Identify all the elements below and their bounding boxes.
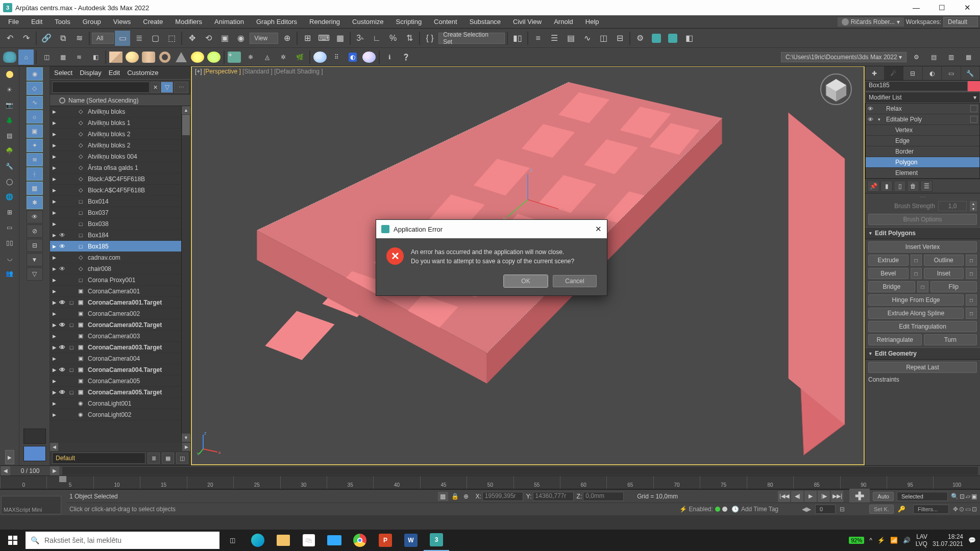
list-item[interactable]: ▶◇Atvilkņu bloks	[50, 106, 190, 117]
search-filter-button[interactable]: ▽	[161, 82, 173, 93]
track-slider[interactable]	[62, 467, 978, 475]
menu-content[interactable]: Content	[428, 16, 463, 28]
list-item[interactable]: ▶👁□▣CoronaCamera001.Target	[50, 297, 190, 308]
explorer-header[interactable]: Name (Sorted Ascending)	[50, 95, 190, 106]
zoom-extents-button[interactable]: 🔍	[951, 493, 959, 500]
bind-spacewarp-button[interactable]: ≋	[71, 31, 87, 46]
list-item[interactable]: ▶👁□▣CoronaCamera005.Target	[50, 387, 190, 398]
unlink-button[interactable]: ⧉	[55, 31, 70, 46]
tray-up-icon[interactable]: ^	[869, 537, 872, 544]
menu-arnold[interactable]: Arnold	[548, 16, 579, 28]
particle4-icon[interactable]: ✲	[276, 49, 291, 65]
schematic-button[interactable]: ◫	[596, 31, 611, 46]
stack-row[interactable]: Element	[866, 168, 979, 179]
mat-btn3[interactable]: ◫	[176, 453, 188, 464]
angle-snap-button[interactable]: ∟	[369, 31, 384, 46]
pan-button[interactable]: ✥	[953, 506, 958, 513]
list-item[interactable]: ▶◇Atvilkņu bloks 2	[50, 140, 190, 151]
panels-icon[interactable]: ▯▯	[2, 236, 18, 250]
stack-row[interactable]: Vertex	[866, 125, 979, 136]
isolate-icon[interactable]: ▦	[438, 492, 448, 501]
next-frame-button[interactable]: |▶	[818, 491, 830, 502]
fov-button[interactable]: ▱	[966, 493, 970, 500]
torus-primitive-icon[interactable]	[157, 49, 173, 65]
percent-snap-button[interactable]: %	[385, 31, 401, 46]
filters-combo[interactable]: Filters...	[913, 505, 949, 514]
list-item[interactable]: ▶□Box038	[50, 218, 190, 230]
ref-coord-combo[interactable]: View	[250, 33, 278, 44]
close-button[interactable]: ✕	[954, 0, 980, 15]
keyfilter-combo[interactable]: Selected	[897, 492, 948, 501]
display-frozen-icon[interactable]: 👁	[27, 210, 43, 223]
script-enabled[interactable]: ⚡Enabled:	[679, 506, 727, 513]
align-button[interactable]: ≡	[530, 31, 546, 46]
frame-field[interactable]: 0	[815, 505, 836, 514]
edit-geometry-rollout[interactable]: ▾Edit Geometry	[865, 347, 980, 360]
y-field[interactable]: 14360,777r	[533, 492, 574, 501]
particles-icon[interactable]: ✦	[227, 49, 242, 65]
explorer-tab-display[interactable]: Display	[80, 69, 102, 77]
roll-button[interactable]: ⊡	[972, 506, 977, 513]
bridge-settings-button[interactable]: □	[917, 281, 928, 292]
workspace-value[interactable]: Default	[943, 17, 978, 27]
circle-icon[interactable]: ◯	[2, 174, 18, 189]
display-all-icon[interactable]: ◉	[27, 67, 43, 81]
material-editor-button[interactable]: ⊟	[612, 31, 627, 46]
mirror-button[interactable]: ▮▯	[510, 31, 525, 46]
tree2-icon[interactable]: 🌳	[2, 144, 18, 158]
tool-d-icon[interactable]: ◧	[88, 49, 103, 65]
menu-grapheditors[interactable]: Graph Editors	[250, 16, 303, 28]
helper4-icon[interactable]	[361, 49, 377, 65]
edit-tri-button[interactable]: Edit Triangulation	[868, 321, 977, 332]
named-sel-button[interactable]: ▦	[332, 31, 348, 46]
color-swatch-blue[interactable]	[23, 446, 46, 461]
display-bone-icon[interactable]: ⟊	[27, 167, 43, 181]
stack-row[interactable]: Border	[866, 146, 979, 157]
brush-strength-field[interactable]: 1,0	[938, 201, 967, 211]
tool-b-icon[interactable]: ▦	[55, 49, 70, 65]
dialog-ok-button[interactable]: OK	[504, 275, 548, 287]
keyboard-shortcut-button[interactable]: ⌨	[316, 31, 331, 46]
maximize-button[interactable]: ☐	[929, 0, 954, 15]
path-btn1-icon[interactable]: ⚙	[909, 49, 924, 65]
home-icon[interactable]: ⌂	[18, 49, 34, 65]
flyout-toggle[interactable]: ▶	[5, 450, 14, 464]
notifications-icon[interactable]: 💬	[968, 537, 976, 544]
list-item[interactable]: ▶👁□Box184	[50, 230, 190, 241]
menu-rendering[interactable]: Rendering	[303, 16, 346, 28]
3dsmax-taskbar-icon[interactable]: 3	[424, 530, 449, 551]
pin-stack-button[interactable]: 📌	[867, 181, 879, 192]
tool-a-icon[interactable]: ◫	[39, 49, 54, 65]
time-config-button[interactable]: ⊟	[840, 506, 851, 513]
move-button[interactable]: ✥	[184, 31, 200, 46]
people-icon[interactable]: 👥	[2, 266, 18, 281]
dolly-button[interactable]: ▭	[965, 506, 971, 513]
show-end-button[interactable]: ▮	[880, 181, 893, 192]
display-cam-icon[interactable]: ▣	[27, 124, 43, 138]
globe-icon[interactable]: 🌐	[2, 190, 18, 204]
particle3-icon[interactable]: ◬	[259, 49, 275, 65]
menu-edit[interactable]: Edit	[25, 16, 48, 28]
layers-icon[interactable]: ▤	[2, 129, 18, 143]
list-item[interactable]: ▶👁□▣CoronaCamera003.Target	[50, 342, 190, 353]
list-item[interactable]: ▶□Box037	[50, 207, 190, 218]
layers-button[interactable]: ☰	[547, 31, 562, 46]
goto-start-button[interactable]: |◀◀	[778, 491, 790, 502]
stack-row[interactable]: 👁Relax	[866, 104, 979, 114]
redo-button[interactable]: ↷	[18, 31, 34, 46]
crosshair-icon[interactable]: ⊕	[463, 493, 473, 500]
link-button[interactable]: 🔗	[39, 31, 54, 46]
display-xref-icon[interactable]: ✱	[27, 196, 43, 209]
material-combo[interactable]: Default	[52, 453, 145, 464]
inset-button[interactable]: Inset	[924, 268, 964, 279]
undo-button[interactable]: ↶	[2, 31, 17, 46]
goto-end-button[interactable]: ▶▶|	[831, 491, 843, 502]
list-item[interactable]: ▶▣CoronaCamera005	[50, 375, 190, 387]
viewcube[interactable]	[819, 72, 853, 107]
menu-help[interactable]: Help	[579, 16, 605, 28]
list-item[interactable]: ▶▣CoronaCamera004	[50, 353, 190, 364]
list-item[interactable]: ▶▣CoronaCamera001	[50, 286, 190, 297]
snap-toggle-button[interactable]: 3⊾	[353, 31, 368, 46]
keymode-button[interactable]: 🔑	[898, 506, 909, 513]
insert-vertex-button[interactable]: Insert Vertex	[868, 241, 977, 253]
